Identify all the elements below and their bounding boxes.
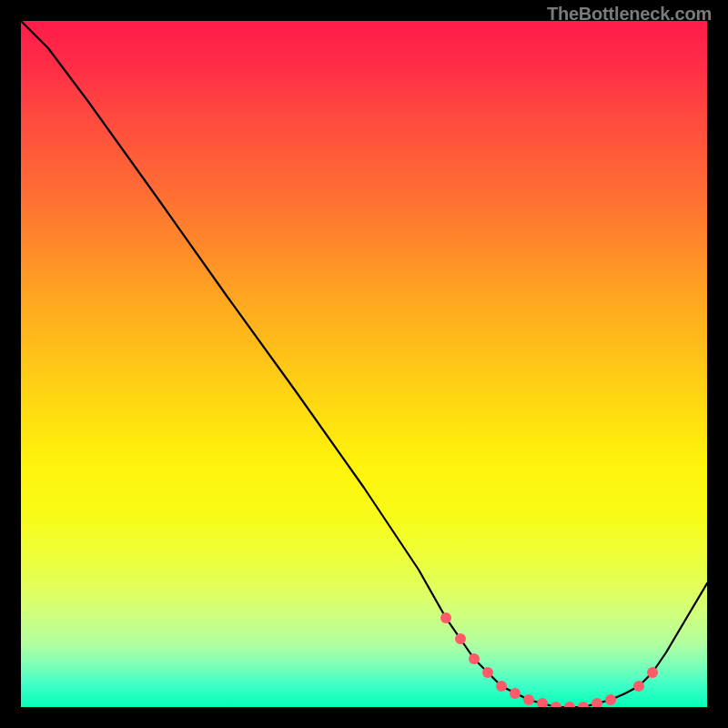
svg-point-13 bbox=[633, 681, 644, 692]
bottleneck-curve bbox=[21, 21, 707, 707]
chart-frame: TheBottleneck.com bbox=[0, 0, 728, 728]
watermark-text: TheBottleneck.com bbox=[547, 4, 712, 25]
plot-area bbox=[21, 21, 707, 707]
svg-point-10 bbox=[578, 702, 589, 707]
svg-point-7 bbox=[537, 698, 548, 707]
curve-path bbox=[21, 21, 707, 707]
svg-point-3 bbox=[482, 667, 493, 678]
svg-point-1 bbox=[455, 633, 466, 644]
svg-point-5 bbox=[510, 688, 521, 699]
svg-point-4 bbox=[496, 681, 507, 692]
marker-dots bbox=[440, 612, 658, 707]
svg-point-8 bbox=[551, 702, 561, 707]
svg-point-12 bbox=[605, 694, 616, 705]
svg-point-11 bbox=[592, 698, 602, 707]
svg-point-6 bbox=[523, 694, 534, 705]
svg-point-2 bbox=[469, 653, 480, 664]
svg-point-9 bbox=[564, 702, 575, 707]
svg-point-0 bbox=[440, 612, 451, 623]
svg-point-14 bbox=[647, 667, 658, 678]
